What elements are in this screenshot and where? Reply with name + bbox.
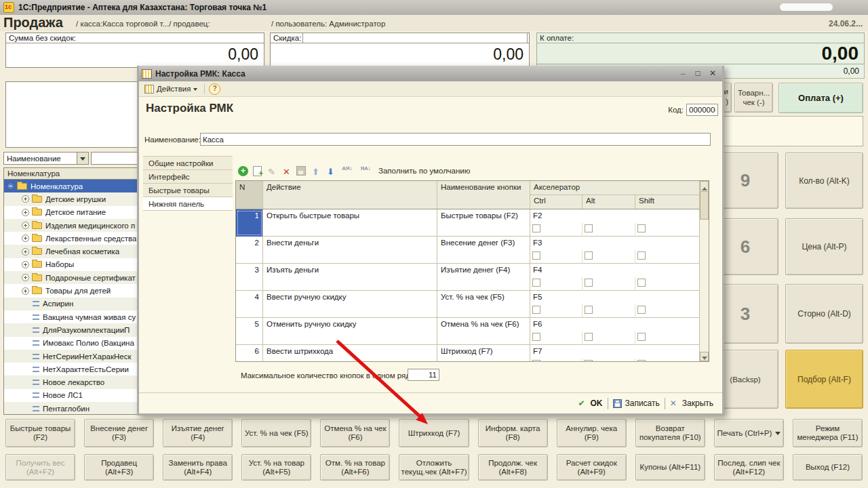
bottom-button[interactable]: Аннулир. чека (F9) bbox=[557, 419, 627, 447]
table-row[interactable]: 5Отменить ручную скидкуОтмена % на чек (… bbox=[236, 318, 699, 345]
commodity-cheque-button[interactable]: Товарн... чек (-) bbox=[734, 83, 773, 113]
alt-checkbox[interactable] bbox=[585, 224, 593, 232]
sort-desc-icon[interactable]: ЯА↓ bbox=[359, 166, 372, 176]
ok-button[interactable]: OK bbox=[574, 397, 608, 409]
ctrl-checkbox[interactable] bbox=[532, 279, 540, 287]
quantity-button[interactable]: Кол-во (Alt-K) bbox=[785, 152, 863, 209]
close-button[interactable]: Закрыть bbox=[665, 397, 718, 409]
expander-plus-icon[interactable] bbox=[22, 261, 29, 268]
ctrl-checkbox[interactable] bbox=[532, 251, 540, 260]
alt-checkbox[interactable] bbox=[585, 306, 593, 314]
bottom-button[interactable]: Печать (Ctrl+P) bbox=[714, 419, 784, 447]
expander-plus-icon[interactable] bbox=[22, 235, 29, 242]
tab-2[interactable]: Интерфейс bbox=[143, 170, 233, 184]
alt-checkbox[interactable] bbox=[585, 360, 593, 362]
tree-item[interactable]: Наборы bbox=[4, 258, 137, 271]
expander-plus-icon[interactable] bbox=[22, 195, 29, 203]
combo-dropdown-icon[interactable] bbox=[77, 152, 88, 164]
ctrl-checkbox[interactable] bbox=[532, 224, 540, 232]
bottom-button[interactable]: Заменить права (Alt+F4) bbox=[163, 454, 233, 481]
bottom-button[interactable]: Штрихкод (F7) bbox=[399, 419, 469, 447]
name-filter-combo[interactable]: Наименование bbox=[3, 152, 89, 165]
expander-plus-icon[interactable] bbox=[22, 287, 29, 295]
expander-plus-icon[interactable] bbox=[22, 274, 29, 281]
bottom-button[interactable]: Информ. карта (F8) bbox=[478, 419, 548, 447]
tree-item[interactable]: Имовакс Полио (Вакцина bbox=[4, 337, 137, 350]
save-button[interactable]: Записать bbox=[608, 397, 665, 409]
bottom-button[interactable]: Отложить текущ.чек (Alt+F7) bbox=[399, 454, 469, 481]
bottom-button[interactable]: Отм. % на товар (Alt+F6) bbox=[320, 454, 390, 481]
tree-item[interactable]: Номенклатура bbox=[4, 180, 137, 192]
scroll-up-icon[interactable] bbox=[700, 181, 709, 190]
tree-item[interactable]: НетСерииНетХаракНеск bbox=[4, 350, 137, 363]
save-icon[interactable] bbox=[296, 166, 306, 176]
tree-item[interactable]: Новое лекарство bbox=[4, 375, 137, 388]
table-row[interactable]: 2Внести деньгиВнесение денег (F3)F3 bbox=[236, 237, 699, 264]
minimize-icon[interactable] bbox=[677, 69, 688, 79]
bottom-button[interactable]: Выход (F12) bbox=[793, 454, 863, 481]
bottom-button[interactable]: Быстрые товары (F2) bbox=[5, 419, 75, 447]
max-buttons-input[interactable] bbox=[408, 369, 439, 381]
tree-item[interactable]: Детские игрушки bbox=[4, 192, 137, 205]
tree-item[interactable]: Подарочные сертификат bbox=[4, 271, 137, 284]
code-input[interactable] bbox=[686, 104, 718, 116]
fill-default-button[interactable]: Заполнить по умолчанию bbox=[378, 167, 470, 175]
shift-checkbox[interactable] bbox=[637, 224, 646, 232]
bottom-button[interactable]: Внесение денег (F3) bbox=[84, 419, 154, 447]
shift-checkbox[interactable] bbox=[637, 279, 646, 287]
bottom-button[interactable]: Изъятие денег (F4) bbox=[163, 419, 233, 447]
bottom-button[interactable]: Возврат покупателя (F10) bbox=[635, 419, 705, 447]
bottom-button[interactable]: Продавец (Alt+F3) bbox=[84, 454, 154, 481]
bottom-button[interactable]: Купоны (Alt+F11) bbox=[635, 454, 705, 481]
tree-item[interactable]: Изделия медицинского п bbox=[4, 219, 137, 232]
tree-item[interactable]: Лекарственные средства bbox=[4, 232, 137, 245]
move-down-icon[interactable] bbox=[326, 166, 336, 176]
add-icon[interactable] bbox=[238, 166, 248, 176]
help-icon[interactable]: ? bbox=[209, 83, 220, 95]
table-row[interactable]: 4Ввести ручную скидкуУст. % на чек (F5)F… bbox=[236, 291, 699, 318]
close-icon[interactable] bbox=[707, 69, 718, 79]
shift-checkbox[interactable] bbox=[637, 306, 646, 314]
tree-item[interactable]: Пентаглобин bbox=[4, 402, 137, 415]
edit-icon[interactable] bbox=[267, 166, 277, 176]
scroll-down-icon[interactable] bbox=[700, 352, 709, 361]
add-copy-icon[interactable] bbox=[253, 166, 262, 176]
table-scrollbar[interactable] bbox=[699, 181, 709, 361]
alt-checkbox[interactable] bbox=[585, 333, 593, 341]
move-up-icon[interactable] bbox=[311, 166, 321, 176]
expander-plus-icon[interactable] bbox=[22, 209, 29, 216]
tab-3[interactable]: Быстрые товары bbox=[143, 184, 233, 197]
bottom-button[interactable]: Получить вес (Alt+F2) bbox=[5, 454, 75, 481]
discount-input[interactable] bbox=[302, 33, 528, 43]
tree-item[interactable]: ДляРазукомплектацииП bbox=[4, 323, 137, 336]
maximize-icon[interactable] bbox=[692, 69, 703, 79]
expander-minus-icon[interactable] bbox=[7, 182, 14, 190]
dialog-titlebar[interactable]: Настройка РМК: Касса bbox=[139, 66, 722, 81]
table-row[interactable]: 1Открыть быстрые товарыБыстрые товары (F… bbox=[236, 209, 699, 237]
storno-button[interactable]: Сторно (Alt-D) bbox=[785, 284, 863, 344]
tab-4[interactable]: Нижняя панель bbox=[143, 197, 233, 211]
name-input[interactable] bbox=[200, 133, 711, 146]
bottom-button[interactable]: Уст. % на чек (F5) bbox=[241, 419, 311, 447]
shift-checkbox[interactable] bbox=[637, 360, 646, 362]
tab-1[interactable]: Общие настройки bbox=[143, 157, 233, 170]
tree-item[interactable]: Детское питание bbox=[4, 206, 137, 219]
ctrl-checkbox[interactable] bbox=[532, 333, 540, 341]
tree-item[interactable]: Лечебная косметика bbox=[4, 245, 137, 258]
alt-checkbox[interactable] bbox=[585, 279, 593, 287]
expander-plus-icon[interactable] bbox=[22, 248, 29, 256]
product-select-button[interactable]: Подбор (Alt-F) bbox=[785, 350, 863, 409]
table-row[interactable]: 6Ввести штрихкодаШтрихкод (F7)F7 bbox=[236, 345, 699, 362]
shift-checkbox[interactable] bbox=[637, 333, 646, 341]
ctrl-checkbox[interactable] bbox=[532, 306, 540, 314]
tree-item[interactable]: НетХаракттеЕстьСерии bbox=[4, 363, 137, 375]
table-row[interactable]: 3Изъять деньгиИзъятие денег (F4)F4 bbox=[236, 264, 699, 291]
tree-item[interactable]: Вакцина чумная живая су bbox=[4, 310, 137, 323]
bottom-button[interactable]: Послед. слип чек (Alt+F12) bbox=[714, 454, 784, 481]
tree-item[interactable]: Аспирин bbox=[4, 298, 137, 310]
bottom-button[interactable]: Отмена % на чек (F6) bbox=[320, 419, 390, 447]
shift-checkbox[interactable] bbox=[637, 251, 646, 260]
delete-icon[interactable] bbox=[281, 166, 292, 176]
actions-menu[interactable]: Действия bbox=[142, 83, 200, 95]
alt-checkbox[interactable] bbox=[585, 251, 593, 260]
